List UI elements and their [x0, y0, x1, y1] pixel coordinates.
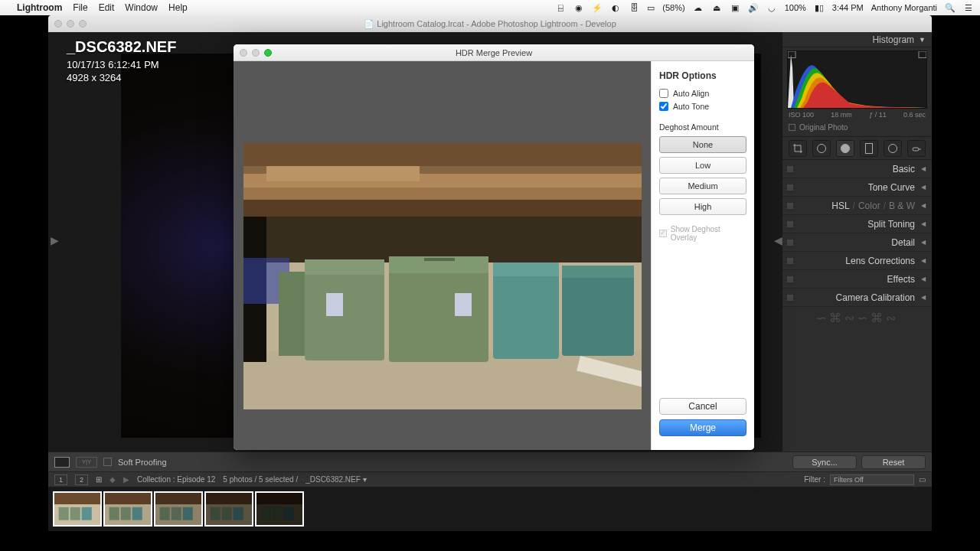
spot-tool[interactable]: [812, 140, 831, 157]
auto-tone-checkbox[interactable]: Auto Tone: [659, 102, 746, 111]
app-menu[interactable]: Lightroom: [17, 2, 62, 13]
deghost-overlay-label: Show Deghost Overlay: [671, 225, 746, 242]
info-filename: _DSC6382.NEF: [67, 38, 176, 56]
nav-fwd-icon[interactable]: ▶: [123, 475, 129, 484]
thumbnail[interactable]: [204, 491, 253, 527]
menu-file[interactable]: File: [73, 2, 87, 13]
battery-2-pct: 100%: [785, 3, 806, 12]
redeye-tool[interactable]: [836, 140, 854, 157]
deghost-medium[interactable]: Medium: [659, 178, 746, 194]
macos-menubar: Lightroom File Edit Window Help ⌸ ◉ ⚡ ◐ …: [0, 0, 980, 15]
backup-icon[interactable]: 🗄: [629, 2, 639, 13]
current-file-label: _DSC6382.NEF: [305, 475, 361, 484]
panel-label: HSL: [831, 201, 849, 211]
softproof-label: Soft Proofing: [118, 458, 167, 467]
filter-select[interactable]: Filters Off: [830, 474, 914, 485]
zoom-dot-icon[interactable]: [264, 49, 272, 57]
chevron-down-icon: ▼: [919, 36, 926, 44]
menu-edit[interactable]: Edit: [99, 2, 115, 13]
loupe-info: _DSC6382.NEF 10/17/13 6:12:41 PM 4928 x …: [67, 38, 176, 83]
sync-button[interactable]: Sync...: [792, 455, 857, 469]
panel-hsl[interactable]: HSL/Color/B & W◀: [782, 197, 932, 215]
filter-lock-icon[interactable]: ▭: [919, 475, 926, 484]
cloud-icon[interactable]: ☁: [693, 2, 704, 13]
main-display-icon[interactable]: 1: [54, 474, 67, 485]
second-display-icon[interactable]: 2: [75, 474, 88, 485]
merge-button[interactable]: Merge: [659, 419, 746, 436]
window-title-text: Lightroom Catalog.lrcat - Adobe Photosho…: [377, 19, 616, 28]
current-file[interactable]: _DSC6382.NEF ▾: [305, 475, 366, 484]
svg-rect-29: [284, 507, 294, 520]
grad-tool[interactable]: [860, 140, 878, 157]
vpn-icon[interactable]: ⚡: [592, 2, 603, 13]
crop-tool[interactable]: [789, 140, 807, 157]
deghost-none[interactable]: None: [659, 136, 746, 153]
display-icon[interactable]: ▣: [730, 2, 740, 13]
filmstrip[interactable]: [48, 487, 932, 531]
thumbnail[interactable]: [53, 491, 102, 527]
panel-lenscorrections[interactable]: Lens Corrections◀: [782, 252, 932, 270]
wifi-icon[interactable]: ◡: [766, 2, 777, 13]
battery-1-icon[interactable]: ▭: [647, 3, 655, 13]
deghost-low[interactable]: Low: [659, 157, 746, 174]
grid-icon[interactable]: ⊞: [96, 475, 102, 484]
menubar-user[interactable]: Anthony Morganti: [871, 3, 937, 12]
original-photo-label: Original Photo: [799, 123, 848, 132]
svg-rect-28: [273, 507, 283, 520]
sync-icon[interactable]: ◐: [610, 2, 621, 13]
svg-marker-1: [788, 51, 795, 57]
hdr-options-panel: HDR Options Auto Align Auto Tone Deghost…: [651, 61, 754, 450]
thumbnail[interactable]: [103, 491, 152, 527]
svg-rect-24: [234, 507, 243, 520]
brush-tool[interactable]: [907, 140, 926, 157]
menu-window[interactable]: Window: [125, 2, 158, 13]
histogram-header[interactable]: Histogram▼: [782, 32, 932, 47]
develop-right-panel: Histogram▼ ISO 100 18 mm ƒ / 11 0.: [782, 32, 932, 452]
panel-cameracalibration[interactable]: Camera Calibration◀: [782, 289, 932, 307]
battery-2-icon[interactable]: ▮▯: [814, 2, 825, 13]
expand-left-icon[interactable]: ▶: [51, 234, 57, 249]
info-dimensions: 4928 x 3264: [67, 72, 176, 83]
panel-splittoning[interactable]: Split Toning◀: [782, 215, 932, 233]
panel-label: Detail: [891, 237, 915, 248]
loupe-view-icon[interactable]: [54, 457, 70, 468]
dialog-titlebar[interactable]: HDR Merge Preview: [234, 44, 754, 61]
svg-rect-14: [132, 507, 142, 520]
thumbnail[interactable]: [255, 491, 304, 527]
reset-button[interactable]: Reset: [861, 455, 926, 469]
panel-detail[interactable]: Detail◀: [782, 233, 932, 252]
panel-basic[interactable]: Basic◀: [782, 160, 932, 178]
close-dot-icon[interactable]: [240, 49, 247, 57]
spotlight-icon[interactable]: 🔍: [945, 2, 956, 13]
volume-icon[interactable]: 🔊: [748, 2, 759, 13]
menu-help[interactable]: Help: [168, 2, 188, 13]
softproof-checkbox[interactable]: [103, 458, 112, 466]
auto-align-checkbox[interactable]: Auto Align: [659, 89, 746, 98]
histogram-label: Histogram: [872, 34, 914, 45]
original-photo-toggle[interactable]: Original Photo: [782, 121, 932, 137]
deghost-high[interactable]: High: [659, 198, 746, 215]
traffic-lights[interactable]: [54, 20, 87, 28]
cancel-button[interactable]: Cancel: [659, 398, 746, 415]
panel-tonecurve[interactable]: Tone Curve◀: [782, 178, 932, 197]
eject-icon[interactable]: ⏏: [711, 2, 722, 13]
panel-effects[interactable]: Effects◀: [782, 270, 932, 289]
menubar-clock[interactable]: 3:44 PM: [832, 3, 864, 12]
thumbnail[interactable]: [154, 491, 203, 527]
expand-right-icon[interactable]: ◀: [774, 234, 780, 249]
panel-label: Color: [858, 201, 880, 211]
histogram-display[interactable]: [787, 51, 927, 109]
min-dot-icon[interactable]: [252, 49, 260, 57]
svg-rect-18: [172, 507, 181, 520]
show-deghost-overlay: Show Deghost Overlay: [659, 225, 746, 242]
dropbox-icon[interactable]: ⌸: [555, 2, 566, 13]
notifications-icon[interactable]: ☰: [963, 2, 974, 13]
radial-tool[interactable]: [884, 140, 902, 157]
before-after-icon[interactable]: Y|Y: [76, 457, 97, 468]
cc-icon[interactable]: ◉: [573, 2, 584, 13]
svg-rect-17: [160, 507, 170, 520]
collection-path[interactable]: Collection : Episode 12: [137, 475, 215, 484]
nav-back-icon[interactable]: ◆: [109, 475, 116, 484]
hdr-preview-area: [234, 61, 651, 450]
svg-rect-55: [243, 143, 642, 409]
